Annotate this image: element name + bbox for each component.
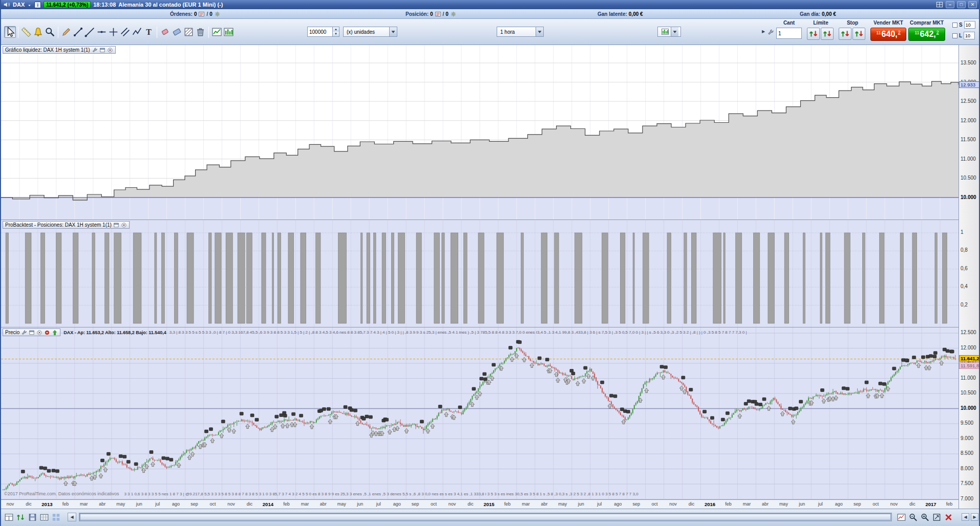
units-select[interactable]: (x) unidades [343,27,397,37]
limit-checkbox[interactable] [952,33,957,38]
instrument-name[interactable]: DAX [13,2,25,8]
position-summary: Posición: 0 / 0 [406,9,457,19]
tool-ray-button[interactable] [84,26,96,38]
tool-strategy-button[interactable] [223,26,235,38]
titlebar: DAX i 11.641,2 (+0,73%) 18:13:08 Alemani… [1,0,979,9]
x-axis-label: oct [425,501,442,507]
positions-panel-tab[interactable]: ProBacktest - Posiciones: DAX 1H system … [3,221,130,229]
sell-market-button[interactable]: 11 640, 2 [870,28,906,41]
tool-indicator-button[interactable] [211,26,223,38]
page-prev-button[interactable]: ◀ [962,513,969,521]
close-red-button[interactable] [943,512,954,522]
tool-hline-button[interactable] [96,26,108,38]
tool-text-button[interactable]: T [143,26,155,38]
price-axis-column[interactable]: 13.50013.00012.50012.00011.50011.00010.5… [958,45,980,509]
swap-button[interactable] [15,512,26,522]
tool-trash-button[interactable] [195,26,206,38]
x-axis-label: mar [517,501,535,507]
tool-zoom-button[interactable] [44,26,56,38]
grid-button[interactable] [51,512,61,522]
orders-count: 0 [194,11,197,17]
sell-stop-button[interactable] [839,28,851,40]
tool-crosshair-button[interactable] [108,26,119,38]
page-next-button[interactable]: ▶ [971,513,978,521]
trade-annotations-top: 3,3 | 8 3 3 5 5 s 5 5 3 3 ,0 | 8 7 | 0 3… [169,330,958,335]
sell-marker-icon[interactable] [44,330,50,336]
orders-total: 0 [209,11,212,17]
close-icon[interactable] [107,47,113,53]
y-axis-label: 8.000 [961,466,973,471]
timeframe-select[interactable]: 1 hora [497,27,544,37]
last-price-badge: 11.641,2 (+0,73%) [44,1,91,8]
table-button[interactable] [39,512,50,522]
positions-chart-canvas[interactable] [1,220,958,327]
y-axis-label: 12.500 [961,330,976,335]
time-axis[interactable]: novdic2013febmarabrmayjunjulagosepoctnov… [1,499,958,509]
sell-limit-button[interactable] [807,28,820,40]
zoom-in-button[interactable] [920,512,930,522]
scrollbar-thumb[interactable] [80,514,891,520]
x-axis-label: feb [941,501,958,507]
orders-list-icon[interactable] [198,11,205,17]
y-axis-label: 0,4 [961,283,968,289]
horizontal-scrollbar[interactable] [79,513,892,521]
scroll-left-button[interactable]: ◀ [68,513,76,521]
chart-type-select[interactable] [657,27,681,37]
y-axis-label: 13.500 [961,60,976,65]
limit-points-input[interactable] [964,32,975,39]
position-separator: / [443,11,444,17]
close-icon[interactable] [121,222,127,228]
tool-zigzag-button[interactable] [131,26,143,38]
order-quantity-input[interactable] [776,28,802,39]
close-button[interactable]: ✕ [968,1,977,8]
quantity-input[interactable] [307,27,333,37]
layout-grid-icon[interactable] [936,1,943,8]
window-icon[interactable] [29,330,35,336]
price-chart-canvas[interactable] [1,327,958,499]
tool-eraser-button[interactable] [159,26,171,38]
window-icon[interactable] [113,222,119,228]
x-axis-label: 2017 [922,501,940,507]
fit-button[interactable] [931,512,942,522]
restore-button[interactable]: □ [957,1,966,8]
window-icon[interactable] [99,47,105,53]
x-axis-label: jun [351,501,369,507]
tool-cursor-button[interactable] [4,26,16,38]
order-settings-wrench-icon[interactable] [767,29,774,36]
zoom-out-button[interactable] [908,512,919,522]
order-panel-expander[interactable]: ▶ [762,29,765,34]
price-panel-tab[interactable]: Precio [3,328,60,336]
position-list-icon[interactable] [435,11,441,17]
wrench-icon[interactable] [21,330,27,336]
chevron-down-icon[interactable] [27,3,32,7]
orders-settings-gear-icon[interactable] [214,11,221,17]
wrench-icon[interactable] [92,47,98,53]
tool-eraser-all-button[interactable] [171,26,183,38]
volume-icon[interactable] [3,1,10,8]
tool-segment-button[interactable] [72,26,84,38]
stop-checkbox[interactable] [952,23,957,28]
chart-mini-button[interactable] [896,512,907,522]
tool-ruler-button[interactable] [20,26,32,38]
buy-limit-button[interactable] [821,28,834,40]
x-axis-label: dic [683,501,700,507]
tool-pencil-button[interactable] [60,26,72,38]
buy-stop-button[interactable] [853,28,865,40]
buy-marker-icon[interactable] [52,330,58,336]
equity-chart-canvas[interactable] [1,45,958,220]
x-axis-label: 2013 [38,501,56,507]
tool-pattern-button[interactable] [183,26,195,38]
x-axis-label: abr [314,501,332,507]
equity-panel-tab[interactable]: Gráfico liquidez: DAX 1H system 1(1) [3,46,116,54]
minimize-button[interactable]: – [946,1,954,8]
instrument-info-icon[interactable]: i [34,2,41,8]
tool-alarm-button[interactable] [32,26,44,38]
position-settings-gear-icon[interactable] [450,11,457,17]
stop-points-input[interactable] [964,21,975,29]
quantity-stepper[interactable]: ▲▼ [333,27,339,37]
close-icon[interactable] [36,330,42,336]
save-button[interactable] [27,512,38,522]
buy-market-button[interactable]: 11 642, 2 [908,28,945,41]
panes-button[interactable] [4,512,14,522]
tool-parallel-button[interactable] [119,26,131,38]
